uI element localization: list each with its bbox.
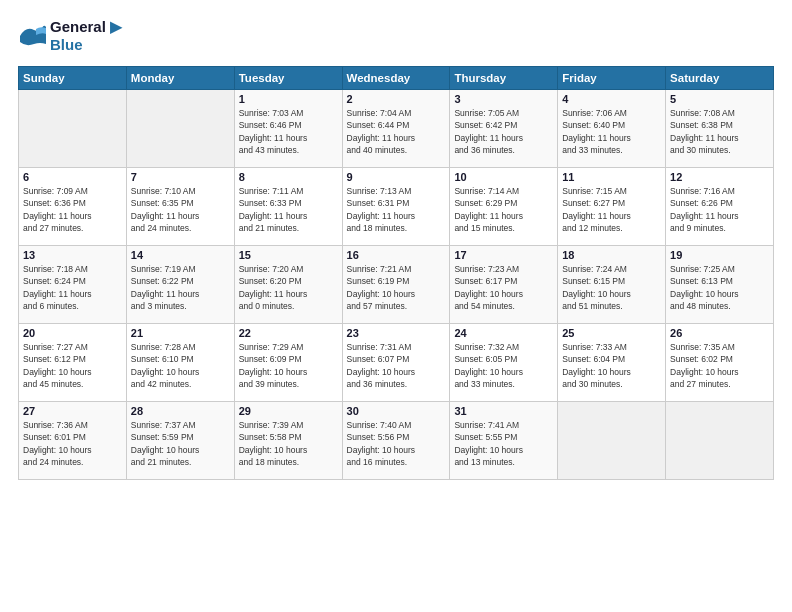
day-info: Sunrise: 7:35 AM Sunset: 6:02 PM Dayligh… [670,341,769,390]
day-number: 10 [454,171,553,183]
week-row-5: 27Sunrise: 7:36 AM Sunset: 6:01 PM Dayli… [19,402,774,480]
day-info: Sunrise: 7:37 AM Sunset: 5:59 PM Dayligh… [131,419,230,468]
day-info: Sunrise: 7:19 AM Sunset: 6:22 PM Dayligh… [131,263,230,312]
day-number: 11 [562,171,661,183]
day-cell: 20Sunrise: 7:27 AM Sunset: 6:12 PM Dayli… [19,324,127,402]
day-cell: 25Sunrise: 7:33 AM Sunset: 6:04 PM Dayli… [558,324,666,402]
calendar-table: SundayMondayTuesdayWednesdayThursdayFrid… [18,66,774,480]
day-info: Sunrise: 7:10 AM Sunset: 6:35 PM Dayligh… [131,185,230,234]
day-info: Sunrise: 7:14 AM Sunset: 6:29 PM Dayligh… [454,185,553,234]
day-info: Sunrise: 7:13 AM Sunset: 6:31 PM Dayligh… [347,185,446,234]
day-info: Sunrise: 7:24 AM Sunset: 6:15 PM Dayligh… [562,263,661,312]
day-info: Sunrise: 7:25 AM Sunset: 6:13 PM Dayligh… [670,263,769,312]
week-row-1: 1Sunrise: 7:03 AM Sunset: 6:46 PM Daylig… [19,90,774,168]
day-info: Sunrise: 7:21 AM Sunset: 6:19 PM Dayligh… [347,263,446,312]
day-cell: 11Sunrise: 7:15 AM Sunset: 6:27 PM Dayli… [558,168,666,246]
day-number: 8 [239,171,338,183]
header-day-monday: Monday [126,67,234,90]
day-number: 28 [131,405,230,417]
day-cell: 29Sunrise: 7:39 AM Sunset: 5:58 PM Dayli… [234,402,342,480]
header-day-friday: Friday [558,67,666,90]
week-row-4: 20Sunrise: 7:27 AM Sunset: 6:12 PM Dayli… [19,324,774,402]
week-row-3: 13Sunrise: 7:18 AM Sunset: 6:24 PM Dayli… [19,246,774,324]
day-cell: 10Sunrise: 7:14 AM Sunset: 6:29 PM Dayli… [450,168,558,246]
day-info: Sunrise: 7:11 AM Sunset: 6:33 PM Dayligh… [239,185,338,234]
day-cell: 2Sunrise: 7:04 AM Sunset: 6:44 PM Daylig… [342,90,450,168]
logo: General ▶Blue [18,18,122,54]
day-number: 18 [562,249,661,261]
day-number: 13 [23,249,122,261]
day-info: Sunrise: 7:33 AM Sunset: 6:04 PM Dayligh… [562,341,661,390]
day-cell: 15Sunrise: 7:20 AM Sunset: 6:20 PM Dayli… [234,246,342,324]
day-cell: 30Sunrise: 7:40 AM Sunset: 5:56 PM Dayli… [342,402,450,480]
day-number: 12 [670,171,769,183]
header-row: SundayMondayTuesdayWednesdayThursdayFrid… [19,67,774,90]
day-info: Sunrise: 7:16 AM Sunset: 6:26 PM Dayligh… [670,185,769,234]
day-cell: 24Sunrise: 7:32 AM Sunset: 6:05 PM Dayli… [450,324,558,402]
day-info: Sunrise: 7:27 AM Sunset: 6:12 PM Dayligh… [23,341,122,390]
page: General ▶Blue SundayMondayTuesdayWednesd… [0,0,792,490]
day-number: 30 [347,405,446,417]
day-cell: 23Sunrise: 7:31 AM Sunset: 6:07 PM Dayli… [342,324,450,402]
day-info: Sunrise: 7:06 AM Sunset: 6:40 PM Dayligh… [562,107,661,156]
day-cell: 21Sunrise: 7:28 AM Sunset: 6:10 PM Dayli… [126,324,234,402]
day-info: Sunrise: 7:29 AM Sunset: 6:09 PM Dayligh… [239,341,338,390]
day-number: 5 [670,93,769,105]
day-number: 23 [347,327,446,339]
day-info: Sunrise: 7:20 AM Sunset: 6:20 PM Dayligh… [239,263,338,312]
day-cell: 8Sunrise: 7:11 AM Sunset: 6:33 PM Daylig… [234,168,342,246]
day-info: Sunrise: 7:32 AM Sunset: 6:05 PM Dayligh… [454,341,553,390]
day-info: Sunrise: 7:36 AM Sunset: 6:01 PM Dayligh… [23,419,122,468]
day-info: Sunrise: 7:04 AM Sunset: 6:44 PM Dayligh… [347,107,446,156]
day-cell: 9Sunrise: 7:13 AM Sunset: 6:31 PM Daylig… [342,168,450,246]
day-number: 22 [239,327,338,339]
day-number: 17 [454,249,553,261]
day-info: Sunrise: 7:18 AM Sunset: 6:24 PM Dayligh… [23,263,122,312]
day-info: Sunrise: 7:23 AM Sunset: 6:17 PM Dayligh… [454,263,553,312]
day-cell: 13Sunrise: 7:18 AM Sunset: 6:24 PM Dayli… [19,246,127,324]
day-info: Sunrise: 7:39 AM Sunset: 5:58 PM Dayligh… [239,419,338,468]
day-cell: 18Sunrise: 7:24 AM Sunset: 6:15 PM Dayli… [558,246,666,324]
day-number: 20 [23,327,122,339]
day-cell: 6Sunrise: 7:09 AM Sunset: 6:36 PM Daylig… [19,168,127,246]
day-number: 4 [562,93,661,105]
logo-text: General ▶Blue [50,18,122,54]
day-number: 6 [23,171,122,183]
day-info: Sunrise: 7:08 AM Sunset: 6:38 PM Dayligh… [670,107,769,156]
day-cell: 5Sunrise: 7:08 AM Sunset: 6:38 PM Daylig… [666,90,774,168]
day-cell: 16Sunrise: 7:21 AM Sunset: 6:19 PM Dayli… [342,246,450,324]
logo-icon [18,24,46,48]
day-info: Sunrise: 7:40 AM Sunset: 5:56 PM Dayligh… [347,419,446,468]
day-info: Sunrise: 7:31 AM Sunset: 6:07 PM Dayligh… [347,341,446,390]
day-cell: 22Sunrise: 7:29 AM Sunset: 6:09 PM Dayli… [234,324,342,402]
day-number: 21 [131,327,230,339]
day-number: 29 [239,405,338,417]
header: General ▶Blue [18,18,774,54]
day-number: 19 [670,249,769,261]
day-number: 27 [23,405,122,417]
header-day-thursday: Thursday [450,67,558,90]
header-day-wednesday: Wednesday [342,67,450,90]
day-number: 25 [562,327,661,339]
day-cell: 28Sunrise: 7:37 AM Sunset: 5:59 PM Dayli… [126,402,234,480]
header-day-sunday: Sunday [19,67,127,90]
day-cell: 14Sunrise: 7:19 AM Sunset: 6:22 PM Dayli… [126,246,234,324]
header-day-saturday: Saturday [666,67,774,90]
day-number: 16 [347,249,446,261]
day-cell: 19Sunrise: 7:25 AM Sunset: 6:13 PM Dayli… [666,246,774,324]
day-info: Sunrise: 7:09 AM Sunset: 6:36 PM Dayligh… [23,185,122,234]
day-cell [19,90,127,168]
day-cell: 3Sunrise: 7:05 AM Sunset: 6:42 PM Daylig… [450,90,558,168]
day-number: 15 [239,249,338,261]
day-number: 1 [239,93,338,105]
day-number: 31 [454,405,553,417]
day-cell: 1Sunrise: 7:03 AM Sunset: 6:46 PM Daylig… [234,90,342,168]
day-cell: 27Sunrise: 7:36 AM Sunset: 6:01 PM Dayli… [19,402,127,480]
day-cell: 7Sunrise: 7:10 AM Sunset: 6:35 PM Daylig… [126,168,234,246]
day-cell: 12Sunrise: 7:16 AM Sunset: 6:26 PM Dayli… [666,168,774,246]
day-number: 2 [347,93,446,105]
day-number: 14 [131,249,230,261]
day-number: 9 [347,171,446,183]
day-number: 24 [454,327,553,339]
day-info: Sunrise: 7:05 AM Sunset: 6:42 PM Dayligh… [454,107,553,156]
